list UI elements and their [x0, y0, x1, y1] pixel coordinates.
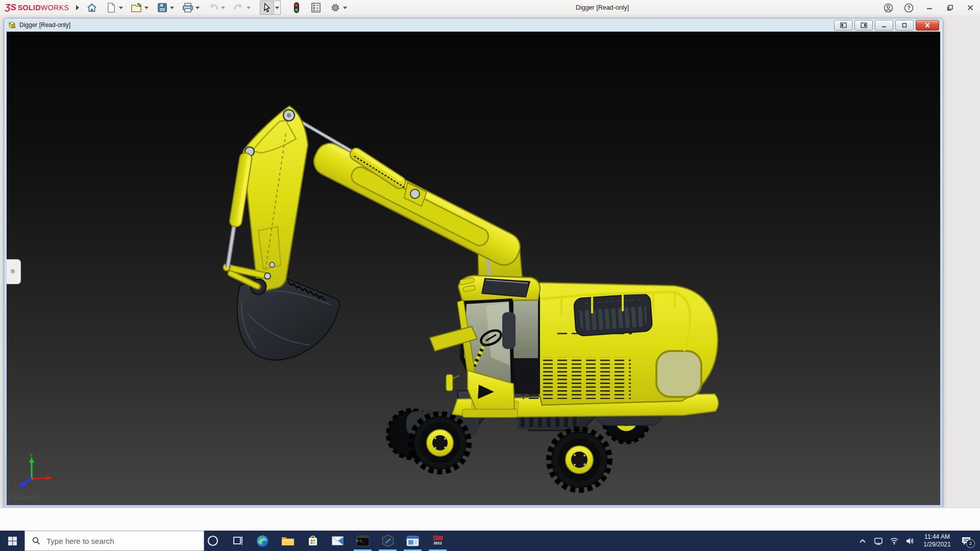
options-button[interactable] — [329, 1, 342, 14]
seat — [502, 312, 516, 349]
svg-text:?: ? — [907, 5, 911, 11]
taskbar-item-solidworks[interactable]: SW 2021 — [425, 531, 450, 551]
notification-count-badge: 2 — [966, 539, 975, 548]
rebuild-traffic-light-icon — [293, 2, 300, 14]
stick-arm — [243, 106, 308, 294]
home-icon — [86, 2, 97, 13]
command-prompt-glyph: C:\_ — [356, 539, 363, 542]
doc-minimize-button[interactable] — [875, 20, 893, 31]
tray-network-button[interactable] — [889, 535, 900, 547]
taskbar-item-cortana[interactable] — [200, 531, 225, 551]
taskbar-item-edge[interactable] — [250, 531, 275, 551]
excavator-model — [7, 32, 940, 505]
split-pane-right-button[interactable] — [854, 20, 873, 31]
close-icon — [924, 22, 930, 28]
solidworks-logo: ƷS SOLID WORKS — [5, 3, 69, 13]
clock-date: 1/29/2021 — [920, 541, 954, 548]
edrawings-icon — [381, 534, 395, 547]
options-dropdown[interactable] — [342, 1, 348, 14]
restore-icon — [946, 4, 953, 11]
orientation-triad: Y X — [13, 453, 64, 490]
graphics-viewport[interactable]: Y X *Dimetric — [7, 32, 940, 505]
tray-clock[interactable]: 11:44 AM 1/29/2021 — [920, 533, 954, 548]
3ds-logo-glyph: ƷS — [5, 3, 16, 13]
app-minimize-button[interactable] — [924, 3, 934, 13]
file-properties-button[interactable] — [309, 1, 323, 14]
doc-close-button[interactable] — [916, 20, 939, 31]
undo-dropdown[interactable] — [220, 1, 226, 14]
redo-button[interactable] — [232, 1, 246, 14]
save-dropdown[interactable] — [169, 1, 175, 14]
featuremanager-collapsed-tab[interactable] — [7, 259, 21, 284]
save-button[interactable] — [156, 1, 169, 14]
taskbar-item-mail[interactable] — [325, 531, 350, 551]
document-titlebar[interactable]: Digger [Read-only] — [4, 18, 943, 32]
minimize-icon — [926, 4, 933, 11]
menu-flyout-arrow-icon[interactable] — [76, 5, 79, 10]
select-arrow-icon — [262, 3, 272, 13]
split-pane-left-button[interactable] — [834, 20, 852, 31]
close-icon — [967, 4, 974, 11]
select-tool-dropdown[interactable] — [274, 1, 281, 15]
composer-icon — [406, 536, 419, 546]
doc-restore-button[interactable] — [895, 20, 914, 31]
taskbar-item-command-prompt[interactable]: C:\_ — [350, 531, 375, 551]
redo-dropdown[interactable] — [246, 1, 252, 14]
clock-time: 11:44 AM — [920, 533, 954, 541]
taskbar-item-composer[interactable] — [400, 531, 425, 551]
taskbar-item-edrawings[interactable] — [375, 531, 400, 551]
app-toolbar: ƷS SOLID WORKS — [0, 0, 980, 16]
store-icon — [307, 535, 319, 547]
new-document-button[interactable] — [105, 1, 118, 14]
cortana-icon — [207, 535, 219, 547]
account-button[interactable] — [884, 3, 893, 13]
print-icon — [182, 2, 194, 13]
open-folder-icon — [131, 2, 143, 13]
document-window: Digger [Read-only] — [4, 18, 943, 508]
tray-volume-button[interactable] — [904, 535, 916, 547]
rear-wheel — [549, 429, 610, 490]
tray-action-center-button[interactable]: 2 — [959, 534, 974, 547]
front-wheel — [411, 414, 469, 472]
edge-icon — [256, 535, 269, 547]
rebuild-button[interactable] — [290, 1, 303, 14]
taskbar-item-file-explorer[interactable] — [275, 531, 300, 551]
help-icon: ? — [904, 3, 914, 13]
print-button[interactable] — [181, 1, 194, 14]
taskbar-item-store[interactable] — [300, 531, 325, 551]
split-pane-right-icon — [861, 22, 867, 28]
mdi-workspace: Digger [Read-only] — [0, 15, 980, 508]
print-dropdown[interactable] — [194, 1, 201, 14]
help-button[interactable]: ? — [904, 3, 914, 13]
open-dropdown[interactable] — [143, 1, 150, 14]
tray-show-hidden-icons-button[interactable] — [857, 535, 868, 547]
brand-solid: SOLID — [18, 4, 41, 12]
start-button[interactable] — [0, 531, 24, 551]
taskbar-item-task-view[interactable] — [225, 531, 250, 551]
engine-housing — [523, 283, 718, 405]
undo-button[interactable] — [207, 1, 220, 14]
taskbar-search[interactable] — [24, 531, 204, 551]
new-document-icon — [106, 2, 116, 13]
side-window — [513, 298, 538, 358]
home-button[interactable] — [85, 1, 99, 14]
select-tool-button[interactable] — [260, 1, 274, 15]
view-orientation-label: *Dimetric — [11, 493, 42, 501]
status-bar — [0, 508, 980, 531]
search-input[interactable] — [45, 536, 190, 546]
file-explorer-icon — [281, 535, 295, 546]
chevron-up-icon — [859, 538, 866, 543]
document-title: Digger [Read-only] — [19, 21, 70, 29]
search-icon — [32, 537, 40, 545]
solidworks-application: ƷS SOLID WORKS — [0, 0, 980, 551]
minimize-icon — [881, 22, 887, 28]
open-button[interactable] — [130, 1, 143, 14]
app-close-button[interactable] — [965, 3, 975, 13]
app-window-title: Digger [Read-only] — [554, 0, 651, 15]
solidworks-2021-icon: SW 2021 — [430, 536, 446, 546]
new-document-dropdown[interactable] — [118, 1, 124, 14]
app-restore-button[interactable] — [945, 3, 954, 13]
volume-icon — [905, 537, 915, 545]
rear-window — [656, 351, 701, 397]
tray-touch-keyboard-button[interactable] — [873, 535, 884, 547]
